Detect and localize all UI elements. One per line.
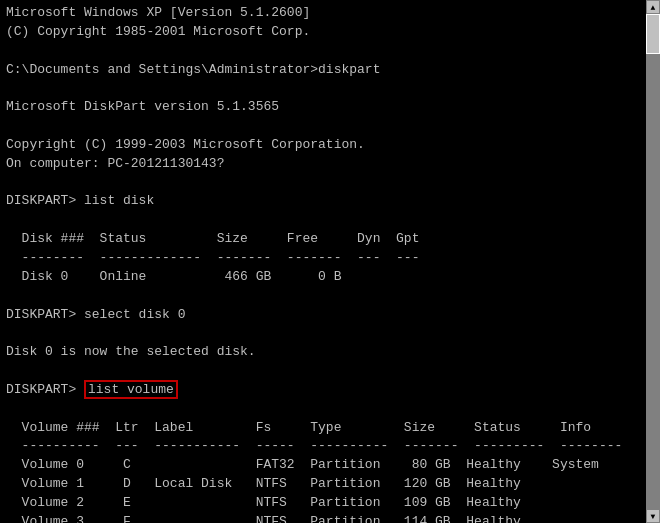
line-8: Copyright (C) 1999-2003 Microsoft Corpor… <box>6 136 638 155</box>
line-4: C:\Documents and Settings\Administrator>… <box>6 61 638 80</box>
line-21: DISKPART> list volume <box>6 381 638 400</box>
line-6: Microsoft DiskPart version 5.1.3565 <box>6 98 638 117</box>
scroll-up-arrow[interactable]: ▲ <box>646 0 660 14</box>
line-15: Disk 0 Online 466 GB 0 B <box>6 268 638 287</box>
line-25: ---------- --- ----------- ----- -------… <box>6 437 638 456</box>
line-28: Volume 2 E NTFS Partition 109 GB Healthy <box>6 494 638 513</box>
line-13: Disk ### Status Size Free Dyn Gpt <box>6 230 638 249</box>
line-24: Volume ### Ltr Label Fs Type Size Status… <box>6 419 638 438</box>
scrollbar-track[interactable] <box>646 14 660 509</box>
line-18 <box>6 324 638 343</box>
line-22 <box>6 400 638 419</box>
line-1: Microsoft Windows XP [Version 5.1.2600] <box>6 4 638 23</box>
line-27: Volume 1 D Local Disk NTFS Partition 120… <box>6 475 638 494</box>
line-14: -------- ------------- ------- ------- -… <box>6 249 638 268</box>
terminal-content: Microsoft Windows XP [Version 5.1.2600] … <box>6 4 654 523</box>
line-5 <box>6 79 638 98</box>
scrollbar[interactable]: ▲ ▼ <box>646 0 660 523</box>
line-20 <box>6 362 638 381</box>
line-3 <box>6 42 638 61</box>
scrollbar-thumb[interactable] <box>646 14 660 54</box>
line-17: DISKPART> select disk 0 <box>6 306 638 325</box>
line-29: Volume 3 F NTFS Partition 114 GB Healthy <box>6 513 638 523</box>
line-16 <box>6 287 638 306</box>
terminal-window: Microsoft Windows XP [Version 5.1.2600] … <box>0 0 660 523</box>
line-26: Volume 0 C FAT32 Partition 80 GB Healthy… <box>6 456 638 475</box>
line-2: (C) Copyright 1985-2001 Microsoft Corp. <box>6 23 638 42</box>
line-12 <box>6 211 638 230</box>
line-19: Disk 0 is now the selected disk. <box>6 343 638 362</box>
scroll-down-arrow[interactable]: ▼ <box>646 509 660 523</box>
line-10 <box>6 174 638 193</box>
line-7 <box>6 117 638 136</box>
list-volume-command: list volume <box>84 380 178 399</box>
line-11: DISKPART> list disk <box>6 192 638 211</box>
line-9: On computer: PC-20121130143? <box>6 155 638 174</box>
diskpart-prompt-2: DISKPART> <box>6 382 84 397</box>
